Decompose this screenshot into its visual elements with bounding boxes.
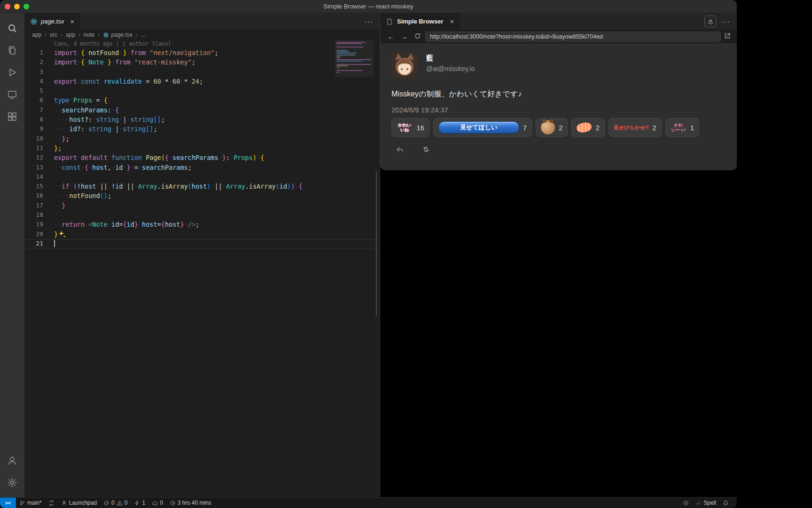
status-counter-2[interactable]: 0 bbox=[148, 498, 166, 508]
status-counter-1[interactable]: 1 bbox=[131, 498, 148, 508]
code-line-content[interactable] bbox=[51, 210, 380, 220]
breadcrumb-item[interactable]: app bbox=[66, 32, 75, 38]
notifications-bell[interactable] bbox=[719, 498, 732, 508]
back-button[interactable]: ← bbox=[386, 32, 396, 40]
code-line[interactable]: 12export·default·function·Page({·searchP… bbox=[24, 153, 380, 162]
settings-button[interactable] bbox=[1, 471, 23, 493]
code-line-content[interactable]: ··const·{·host,·id·}·=·searchParams; bbox=[51, 163, 380, 172]
breadcrumb-item[interactable]: page.tsx bbox=[103, 32, 132, 38]
line-number[interactable]: 3 bbox=[24, 67, 51, 77]
line-number[interactable]: 18 bbox=[24, 210, 51, 220]
code-line-content[interactable] bbox=[51, 86, 380, 95]
sidebar-item-explorer[interactable] bbox=[1, 39, 23, 61]
wakatime-item[interactable]: 3 hrs 40 mins bbox=[166, 498, 215, 508]
code-line[interactable]: 15··if·(!host·||·!id·||·Array.isArray(ho… bbox=[24, 182, 380, 191]
code-line[interactable]: 7··searchParams:·{ bbox=[24, 105, 380, 115]
code-line-content[interactable]: }; bbox=[51, 143, 380, 153]
editor-more-actions-icon[interactable]: ··· bbox=[358, 17, 380, 25]
code-line-content[interactable]: import·{·Note·}·from·"react-misskey"; bbox=[51, 57, 380, 67]
code-line[interactable]: 5 bbox=[24, 86, 380, 95]
note-timestamp[interactable]: 2024/6/9 19:24:37 bbox=[391, 106, 726, 114]
code-line[interactable]: 16····notFound(); bbox=[24, 191, 380, 200]
line-number[interactable]: 16 bbox=[24, 191, 51, 200]
line-number[interactable]: 4 bbox=[24, 77, 51, 86]
code-line[interactable]: 1import·{·notFound·}·from·"next/navigati… bbox=[24, 48, 380, 57]
code-line-content[interactable] bbox=[51, 172, 380, 182]
code-line[interactable]: 3 bbox=[24, 67, 380, 77]
line-number[interactable]: 7 bbox=[24, 105, 51, 115]
code-line-content[interactable]: ··return·<Note·id={id}·host={host}·/>; bbox=[51, 220, 380, 229]
reply-button[interactable] bbox=[395, 144, 405, 156]
line-number[interactable]: 10 bbox=[24, 134, 51, 143]
code-line-content[interactable]: ··searchParams:·{ bbox=[51, 105, 380, 115]
gitlens-blame-annotation[interactable]: Cano, 4 months ago | 1 author (Cano) bbox=[54, 40, 380, 48]
code-editor[interactable]: Cano, 4 months ago | 1 author (Cano) 1im… bbox=[24, 40, 380, 497]
line-number[interactable]: 13 bbox=[24, 163, 51, 172]
user-handle[interactable]: @ai@misskey.io bbox=[426, 65, 475, 72]
code-line[interactable]: 21 bbox=[24, 239, 380, 248]
code-line-content[interactable]: export·const·revalidate·=·60·*·60·*·24; bbox=[51, 77, 380, 86]
breadcrumb-item[interactable]: note bbox=[84, 32, 94, 38]
sync-button[interactable] bbox=[45, 498, 58, 508]
breadcrumb-item[interactable]: src bbox=[50, 32, 57, 38]
code-line[interactable]: 9····id?:·string·|·string[]; bbox=[24, 124, 380, 134]
sidebar-item-extensions[interactable] bbox=[1, 105, 23, 127]
code-line[interactable]: 8····host?:·string·|·string[]; bbox=[24, 115, 380, 124]
reaction-button[interactable]: かわいいね16 bbox=[391, 118, 429, 137]
reaction-button[interactable]: 2 bbox=[571, 118, 604, 137]
code-line-content[interactable] bbox=[51, 67, 380, 77]
close-window-button[interactable] bbox=[5, 4, 10, 9]
code-line[interactable]: 17··} bbox=[24, 201, 380, 210]
code-line[interactable]: 18 bbox=[24, 210, 380, 220]
code-line-content[interactable]: ··} bbox=[51, 201, 380, 210]
code-line-content[interactable]: type·Props·=·{ bbox=[51, 95, 380, 105]
line-number[interactable]: 12 bbox=[24, 153, 51, 162]
line-number[interactable]: 9 bbox=[24, 124, 51, 134]
sidebar-item-run-debug[interactable] bbox=[1, 61, 23, 83]
reaction-button[interactable]: 2 bbox=[536, 118, 568, 137]
tab-page-tsx[interactable]: page.tsx × bbox=[24, 13, 80, 30]
line-number[interactable]: 1 bbox=[24, 48, 51, 57]
problems-item[interactable]: 0 0 bbox=[100, 498, 131, 508]
code-line-content[interactable]: ····id?:·string·|·string[]; bbox=[51, 124, 380, 134]
branch-item[interactable]: main* bbox=[16, 498, 45, 508]
reaction-button[interactable]: 見せびらかせ!!2 bbox=[609, 118, 662, 137]
code-line-content[interactable]: ····host?:·string·|·string[]; bbox=[51, 115, 380, 124]
avatar[interactable] bbox=[391, 53, 418, 79]
code-line-content[interactable]: ····notFound(); bbox=[51, 191, 380, 200]
remote-indicator[interactable]: >< bbox=[0, 498, 16, 508]
sidebar-item-search[interactable] bbox=[1, 17, 23, 39]
line-number[interactable]: 19 bbox=[24, 220, 51, 229]
open-external-button[interactable] bbox=[724, 32, 731, 41]
code-line[interactable]: 6type·Props·=·{ bbox=[24, 95, 380, 105]
minimap[interactable] bbox=[335, 40, 374, 77]
code-line-content[interactable]: export·default·function·Page({·searchPar… bbox=[51, 153, 380, 162]
user-name[interactable]: 藍 bbox=[426, 54, 475, 63]
code-line-content[interactable]: ··}; bbox=[51, 134, 380, 143]
line-number[interactable]: 2 bbox=[24, 57, 51, 67]
code-line[interactable]: 14 bbox=[24, 172, 380, 182]
panel-more-actions-icon[interactable]: ··· bbox=[722, 17, 730, 25]
tab-simple-browser[interactable]: Simple Browser × bbox=[380, 13, 460, 30]
line-number[interactable]: 8 bbox=[24, 115, 51, 124]
account-button[interactable] bbox=[1, 449, 23, 471]
line-number[interactable]: 17 bbox=[24, 201, 51, 210]
editor-scrollbar-thumb[interactable] bbox=[376, 172, 377, 316]
line-number[interactable]: 20 bbox=[24, 230, 51, 239]
breadcrumb-item[interactable]: app bbox=[32, 32, 41, 38]
line-number[interactable]: 15 bbox=[24, 182, 51, 191]
code-line[interactable]: 19··return·<Note·id={id}·host={host}·/>; bbox=[24, 220, 380, 229]
focus-lock-button[interactable] bbox=[704, 16, 716, 27]
code-line[interactable]: 10··}; bbox=[24, 134, 380, 143]
line-number[interactable]: 6 bbox=[24, 95, 51, 105]
breadcrumb-symbol[interactable]: ... bbox=[141, 32, 146, 38]
line-number[interactable]: 5 bbox=[24, 86, 51, 95]
code-line-content[interactable] bbox=[51, 239, 380, 248]
reaction-button[interactable]: 見せてほしい7 bbox=[433, 118, 532, 137]
reaction-button[interactable]: かわい〜ッ!1 bbox=[665, 118, 699, 137]
reload-button[interactable] bbox=[412, 32, 422, 41]
tab-close-icon[interactable]: × bbox=[70, 17, 74, 25]
line-number[interactable]: 21 bbox=[24, 239, 51, 248]
line-number[interactable]: 11 bbox=[24, 143, 51, 153]
code-line[interactable]: 2import·{·Note·}·from·"react-misskey"; bbox=[24, 57, 380, 67]
